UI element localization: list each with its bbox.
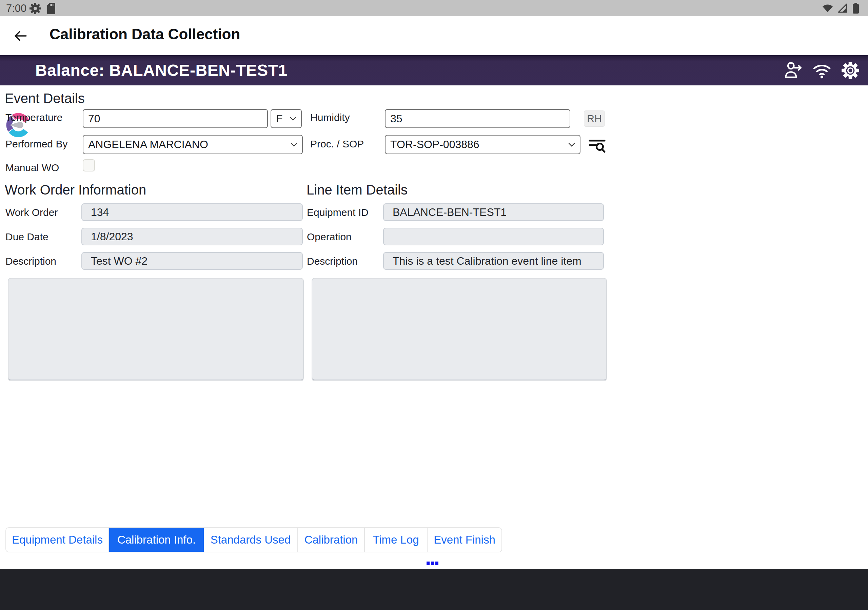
operation-label: Operation: [307, 231, 352, 243]
wo-description-field: Test WO #2: [81, 252, 303, 270]
app-title: Calibration Data Collection: [50, 26, 240, 43]
li-description-field: This is a test Calibration event line it…: [383, 252, 604, 270]
tab-equipment-details[interactable]: Equipment Details: [6, 528, 109, 552]
settings-header-button[interactable]: [840, 61, 860, 81]
header-title: Balance: BALANCE-BEN-TEST1: [35, 61, 288, 80]
status-time: 7:00: [6, 2, 26, 15]
due-date-label: Due Date: [5, 231, 48, 243]
tab-calibration[interactable]: Calibration: [298, 528, 365, 552]
line-item-notes-area[interactable]: [312, 278, 607, 380]
back-arrow-icon: [13, 28, 28, 43]
wifi-header-button[interactable]: [812, 61, 832, 81]
dock-bar: [0, 569, 868, 610]
search-list-icon: [588, 136, 606, 155]
logout-user-button[interactable]: [784, 61, 803, 81]
chevron-down-icon: [291, 142, 298, 147]
manual-wo-label: Manual WO: [5, 162, 59, 173]
sdcard-status-icon: [47, 2, 56, 15]
li-description-label: Description: [307, 255, 358, 267]
due-date-field: 1/8/2023: [81, 228, 303, 245]
work-order-title: Work Order Information: [5, 182, 146, 198]
temperature-input[interactable]: [83, 109, 268, 128]
proc-sop-value: TOR-SOP-003886: [390, 138, 479, 151]
settings-status-icon: [29, 2, 41, 15]
performed-by-label: Performed By: [5, 138, 67, 150]
manual-wo-checkbox[interactable]: [83, 159, 95, 172]
tab-calibration-info[interactable]: Calibration Info.: [109, 528, 204, 552]
back-button[interactable]: [13, 28, 28, 43]
signal-status-icon: [837, 3, 848, 13]
equipment-id-label: Equipment ID: [307, 207, 369, 218]
person-exit-icon: [784, 61, 803, 81]
wifi-icon: [812, 61, 832, 81]
performed-by-select[interactable]: ANGELENA MARCIANO: [83, 135, 303, 154]
humidity-label: Humidity: [310, 112, 350, 123]
temperature-label: Temperature: [5, 112, 62, 123]
more-tabs-indicator[interactable]: [426, 562, 439, 565]
proc-sop-label: Proc. / SOP: [310, 138, 364, 150]
screen: 7:00: [0, 0, 868, 610]
chevron-down-icon: [290, 116, 296, 121]
proc-sop-search-button[interactable]: [588, 136, 606, 155]
event-details-title: Event Details: [5, 91, 85, 106]
performed-by-value: ANGELENA MARCIANO: [88, 138, 208, 151]
battery-status-icon: [852, 2, 860, 14]
tab-bar: Equipment Details Calibration Info. Stan…: [5, 527, 502, 553]
operation-field: [383, 228, 604, 245]
equipment-id-field: BALANCE-BEN-TEST1: [383, 203, 604, 221]
header-bar: Balance: BALANCE-BEN-TEST1: [0, 55, 868, 85]
app-bar: Calibration Data Collection: [0, 16, 868, 55]
gear-icon: [840, 61, 860, 81]
wo-description-label: Description: [5, 255, 56, 267]
tab-time-log[interactable]: Time Log: [365, 528, 428, 552]
work-order-label: Work Order: [5, 207, 57, 218]
status-bar: 7:00: [0, 0, 868, 16]
humidity-unit-badge: RH: [584, 110, 605, 127]
temperature-unit-value: F: [276, 113, 283, 125]
proc-sop-select[interactable]: TOR-SOP-003886: [385, 135, 580, 154]
humidity-input[interactable]: [385, 109, 570, 128]
chevron-down-icon: [568, 142, 575, 147]
temperature-unit-select[interactable]: F: [271, 109, 302, 128]
line-item-title: Line Item Details: [307, 182, 408, 198]
tab-standards-used[interactable]: Standards Used: [204, 528, 298, 552]
work-order-field: 134: [81, 203, 303, 221]
wifi-status-icon: [822, 4, 834, 12]
work-order-notes-area[interactable]: [8, 278, 304, 380]
tab-event-finish[interactable]: Event Finish: [428, 528, 501, 552]
